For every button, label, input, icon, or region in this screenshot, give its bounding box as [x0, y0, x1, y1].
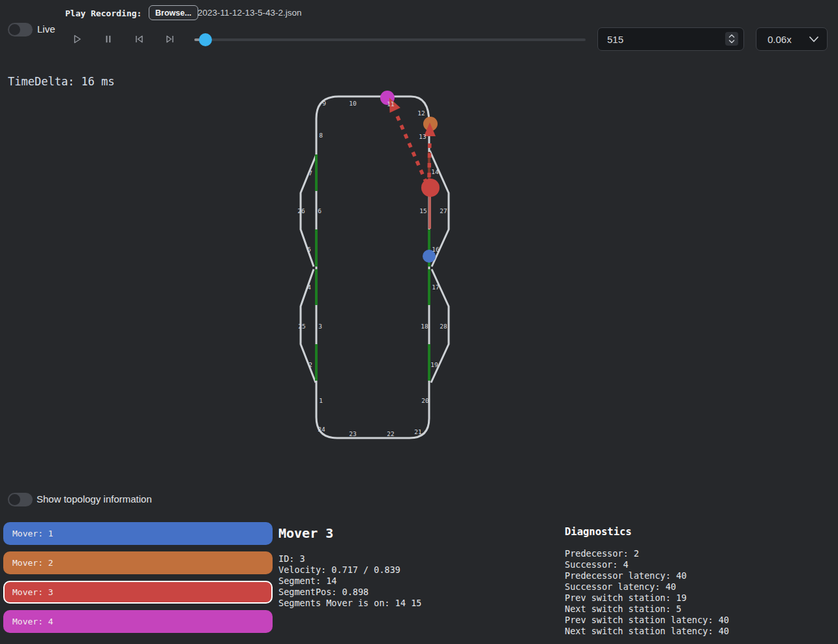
- diagnostic-line: Next switch station: 5: [565, 604, 729, 615]
- diagnostic-line: Predecessor: 2: [565, 548, 729, 559]
- detail-line: Segment: 14: [278, 576, 421, 587]
- segment-label: 20: [421, 397, 429, 404]
- diagnostics-panel: Diagnostics Predecessor: 2Successor: 4Pr…: [565, 526, 729, 637]
- track-inner-loop: [316, 96, 429, 438]
- playback-speed-select[interactable]: 0.06x: [756, 27, 828, 51]
- play-recording-label: Play Recording:: [65, 8, 142, 18]
- recording-filename: 2023-11-12-13-5-43-2.json: [198, 8, 302, 18]
- chevron-down-icon: [808, 35, 820, 43]
- diagnostic-line: Prev switch station: 19: [565, 593, 729, 604]
- play-button[interactable]: [72, 34, 82, 44]
- live-toggle[interactable]: [8, 23, 33, 37]
- mover-button-4[interactable]: Mover: 4: [3, 610, 273, 633]
- skip-to-end-icon: [165, 34, 175, 44]
- detail-line: ID: 3: [278, 553, 421, 564]
- diagnostics-lines: Predecessor: 2Successor: 4Predecessor la…: [565, 548, 729, 637]
- detail-line: SegmentPos: 0.898: [278, 587, 421, 598]
- segment-label: 6: [318, 207, 322, 214]
- diagnostic-line: Successor: 4: [565, 559, 729, 570]
- segment-label: 23: [349, 430, 356, 437]
- pause-icon: [103, 34, 113, 44]
- diagnostic-line: Successor latency: 40: [565, 581, 729, 593]
- segment-label: 12: [417, 110, 425, 117]
- mover-detail-panel: Mover 3 ID: 3Velocity: 0.717 / 0.839Segm…: [278, 525, 421, 609]
- segment-label: 27: [440, 207, 447, 214]
- mover-3-marker[interactable]: [421, 179, 440, 197]
- frame-number-stepper[interactable]: [725, 32, 738, 46]
- segment-label: 25: [298, 323, 305, 330]
- relation-line: [395, 111, 426, 183]
- detail-line: Velocity: 0.717 / 0.839: [278, 564, 421, 576]
- mover-button-2[interactable]: Mover: 2: [3, 551, 273, 574]
- skip-to-end-button[interactable]: [165, 34, 175, 44]
- browse-button[interactable]: Browse...: [149, 5, 198, 20]
- diagnostic-line: Next switch station latency: 40: [565, 626, 729, 637]
- show-topology-toggle-knob: [9, 494, 20, 505]
- segment-label: 22: [387, 430, 394, 437]
- skip-to-start-icon: [134, 34, 144, 44]
- track-diagram: 9101112813714266152751641725318282191202…: [286, 87, 464, 452]
- segment-label: 10: [349, 100, 357, 107]
- playback-speed-value: 0.06x: [768, 34, 792, 45]
- segment-label: 1: [319, 397, 323, 404]
- mover-button-1[interactable]: Mover: 1: [3, 522, 273, 545]
- mover-detail-title: Mover 3: [278, 525, 421, 541]
- skip-to-start-button[interactable]: [134, 34, 144, 44]
- live-toggle-knob: [9, 24, 20, 35]
- timeline-slider[interactable]: [194, 33, 586, 47]
- segment-label: 19: [430, 361, 438, 368]
- timeline-slider-thumb[interactable]: [199, 33, 212, 46]
- segment-label: 28: [440, 323, 447, 330]
- timedelta-text: TimeDelta: 16 ms: [8, 75, 115, 88]
- live-label: Live: [37, 23, 55, 35]
- mover-list: Mover: 1Mover: 2Mover: 3Mover: 4: [3, 522, 273, 639]
- frame-number-input[interactable]: [599, 29, 726, 49]
- segment-label: 3: [318, 323, 322, 330]
- segment-label: 15: [419, 207, 426, 214]
- timeline-slider-track[interactable]: [194, 38, 586, 41]
- pause-button[interactable]: [103, 34, 113, 44]
- segment-label: 18: [421, 323, 428, 330]
- track-left-bypass: [301, 154, 316, 383]
- mover-1-marker[interactable]: [423, 250, 436, 263]
- mover-button-3[interactable]: Mover: 3: [3, 581, 273, 604]
- mover-detail-lines: ID: 3Velocity: 0.717 / 0.839Segment: 14S…: [278, 553, 421, 609]
- play-icon: [72, 34, 82, 44]
- diagnostics-title: Diagnostics: [565, 526, 729, 538]
- diagnostic-line: Prev switch station latency: 40: [565, 615, 729, 626]
- diagnostic-line: Predecessor latency: 40: [565, 570, 729, 581]
- frame-number-field: [597, 27, 744, 51]
- stepper-up-down-icon: [727, 33, 736, 44]
- show-topology-toggle[interactable]: [8, 493, 33, 506]
- segment-label: 8: [319, 132, 323, 139]
- show-topology-label: Show topology information: [37, 493, 152, 505]
- detail-line: Segments Mover is on: 14 15: [278, 598, 421, 609]
- segment-label: 21: [414, 428, 422, 435]
